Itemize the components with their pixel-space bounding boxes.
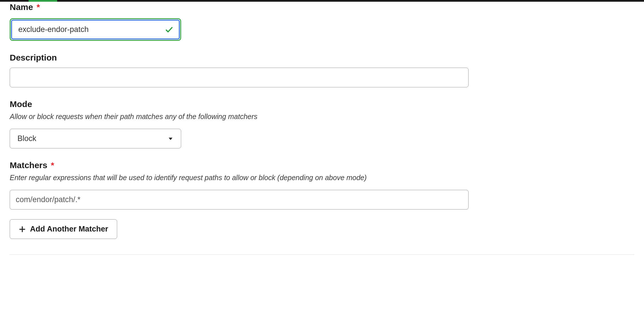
matchers-field: Matchers * Enter regular expressions tha… (10, 160, 634, 210)
matchers-helper-text: Enter regular expressions that will be u… (10, 174, 634, 182)
matchers-label-text: Matchers (10, 160, 47, 170)
top-bar (0, 0, 644, 2)
section-divider (10, 254, 634, 255)
mode-helper-text: Allow or block requests when their path … (10, 112, 634, 121)
description-input[interactable] (10, 68, 469, 87)
mode-label-text: Mode (10, 99, 32, 109)
mode-field: Mode Allow or block requests when their … (10, 99, 634, 148)
plus-icon (19, 226, 26, 233)
form-content: Name * Description Mode Allow or block r… (0, 2, 644, 264)
mode-select-wrap: Block (10, 129, 181, 148)
matchers-label: Matchers * (10, 160, 634, 170)
check-icon (165, 25, 173, 34)
required-asterisk: * (37, 2, 40, 12)
description-field: Description (10, 53, 634, 87)
name-input[interactable] (11, 20, 180, 39)
top-bar-accent (29, 0, 57, 2)
required-asterisk: * (51, 160, 54, 170)
mode-select[interactable]: Block (10, 129, 181, 148)
mode-selected-value: Block (17, 134, 36, 143)
matcher-input[interactable] (10, 190, 469, 210)
name-label: Name * (10, 2, 634, 12)
description-label-text: Description (10, 53, 57, 62)
description-label: Description (10, 53, 634, 63)
name-label-text: Name (10, 2, 33, 12)
add-matcher-label: Add Another Matcher (30, 225, 108, 234)
mode-label: Mode (10, 99, 634, 109)
name-input-wrap (10, 18, 181, 41)
name-field: Name * (10, 2, 634, 41)
add-matcher-button[interactable]: Add Another Matcher (10, 219, 117, 239)
